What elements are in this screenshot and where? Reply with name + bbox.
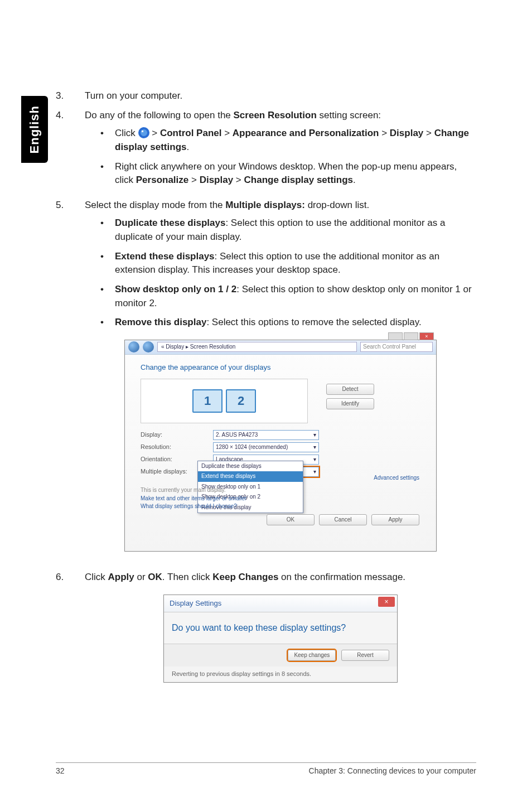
substep: Remove this display: Select this options… (85, 316, 476, 330)
step-text: Do any of the following to open the (85, 110, 234, 120)
back-icon[interactable] (128, 341, 139, 352)
step-6: 6. Click Apply or OK. Then click Keep Ch… (56, 571, 476, 683)
language-tab: English (21, 96, 48, 163)
term-multiple-displays: Multiple displays: (225, 200, 305, 210)
dropdown-option[interactable]: Duplicate these displays (198, 461, 303, 472)
dialog-title: Display Settings (170, 599, 221, 607)
resolution-dropdown[interactable]: 1280 × 1024 (recommended) (213, 442, 319, 452)
help-link[interactable]: What display settings should I choose? (141, 503, 246, 511)
display-settings-dialog: Display Settings × Do you want to keep t… (163, 595, 398, 683)
term-screen-resolution: Screen Resolution (234, 110, 317, 120)
step-number: 5. (56, 199, 85, 565)
step-text: Turn on your computer. (85, 89, 476, 103)
advanced-settings-link[interactable]: Advanced settings (374, 474, 419, 482)
maximize-icon[interactable] (404, 332, 418, 340)
breadcrumb[interactable]: « Display ▸ Screen Resolution (157, 342, 357, 352)
close-icon[interactable]: × (419, 332, 434, 340)
monitor-2[interactable]: 2 (226, 389, 256, 413)
apply-button[interactable]: Apply (371, 514, 419, 525)
page-number: 32 (56, 766, 65, 775)
screen-resolution-dialog: × « Display ▸ Screen Resolution Search C… (124, 340, 437, 552)
step-number: 6. (56, 571, 85, 683)
text-size-link[interactable]: Make text and other items larger or smal… (141, 495, 246, 503)
detect-button[interactable]: Detect (326, 384, 374, 395)
close-icon[interactable]: × (378, 597, 395, 607)
revert-button[interactable]: Revert (341, 650, 389, 661)
multiple-label: Multiple displays: (141, 467, 202, 476)
substep: Click > Control Panel > Appearance and P… (85, 127, 476, 154)
substep: Show desktop only on 1 / 2: Select this … (85, 283, 476, 310)
keep-changes-button[interactable]: Keep changes (288, 650, 336, 661)
step-5: 5. Select the display mode from the Mult… (56, 199, 476, 565)
forward-icon[interactable] (143, 341, 154, 352)
main-display-note: This is currently your main display. (141, 486, 246, 495)
step-number: 4. (56, 109, 85, 193)
chapter-label: Chapter 3: Connecting devices to your co… (309, 766, 476, 775)
display-label: Display: (141, 431, 202, 439)
display-dropdown[interactable]: 2. ASUS PA4273 (213, 430, 319, 440)
start-icon (138, 127, 149, 138)
dialog-question: Do you want to keep these display settin… (164, 612, 397, 643)
dialog-heading: Change the appearance of your displays (141, 363, 420, 373)
page-footer: 32 Chapter 3: Connecting devices to your… (56, 762, 476, 775)
minimize-icon[interactable] (388, 332, 403, 340)
step-3: 3. Turn on your computer. (56, 89, 476, 103)
countdown-text: Reverting to previous display settings i… (164, 666, 397, 682)
cancel-button[interactable]: Cancel (319, 514, 367, 525)
substep: Right click anywhere on your Windows des… (85, 160, 476, 187)
step-number: 3. (56, 89, 85, 103)
substep: Duplicate these displays: Select this op… (85, 216, 476, 244)
language-label: English (27, 105, 42, 153)
resolution-label: Resolution: (141, 443, 202, 452)
substep: Extend these displays: Select this optio… (85, 250, 476, 277)
dropdown-option[interactable]: Extend these displays (198, 471, 303, 482)
orientation-label: Orientation: (141, 455, 202, 464)
ok-button[interactable]: OK (267, 514, 315, 525)
identify-button[interactable]: Identify (326, 398, 374, 409)
search-input[interactable]: Search Control Panel (360, 342, 433, 352)
monitor-preview[interactable]: 1 2 Detect Identify (141, 379, 308, 423)
instruction-list: 3. Turn on your computer. 4. Do any of t… (56, 89, 476, 683)
monitor-1[interactable]: 1 (192, 389, 223, 413)
step-4: 4. Do any of the following to open the S… (56, 109, 476, 193)
